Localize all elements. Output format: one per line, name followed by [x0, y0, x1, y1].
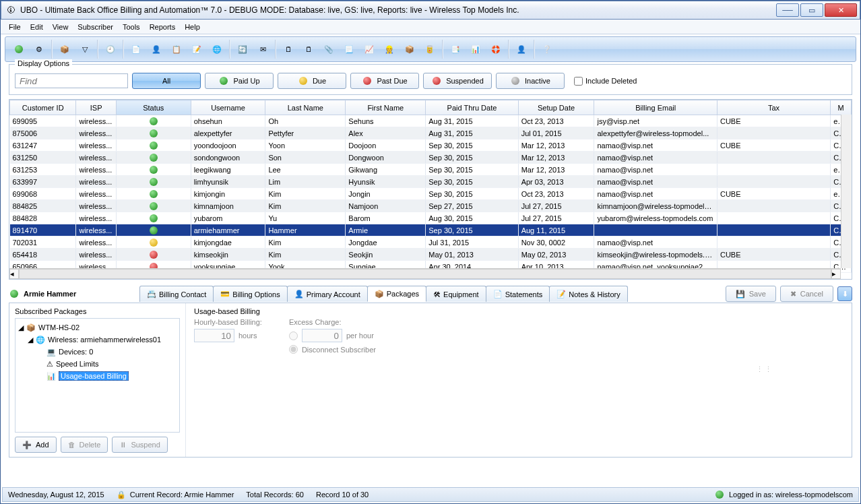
suspend-package-button[interactable]: ⏸ Suspend — [112, 437, 167, 453]
web-icon[interactable]: 🌐 — [208, 40, 226, 59]
menu-subscriber[interactable]: Subscriber — [73, 22, 117, 32]
filter-pastdue-button[interactable]: Past Due — [350, 73, 419, 89]
table-row[interactable]: 884828wireless...yubaromYuBaromAug 30, 2… — [10, 212, 852, 224]
notes-icon[interactable]: 📝 — [187, 40, 206, 59]
menu-view[interactable]: View — [49, 22, 73, 32]
status-icon — [148, 128, 159, 139]
note-add-icon[interactable]: 🗒 — [279, 40, 298, 59]
document-icon[interactable]: 📄 — [127, 40, 146, 59]
tab-notes[interactable]: 📝 Notes & History — [549, 286, 627, 302]
filter-paidup-button[interactable]: Paid Up — [205, 73, 274, 89]
tab-primary-account[interactable]: 👤 Primary Account — [287, 286, 368, 302]
app-icon: 🛈 — [5, 5, 16, 15]
close-button[interactable]: ✕ — [825, 3, 857, 17]
tab-packages[interactable]: 📦 Packages — [367, 286, 426, 302]
excess-input[interactable] — [302, 329, 342, 342]
table-row[interactable]: 702031wireless...kimjongdaeKimJongdaeJul… — [10, 237, 852, 249]
col-email[interactable]: Billing Email — [594, 100, 718, 115]
stats-icon[interactable]: 📊 — [466, 40, 485, 59]
attach-icon[interactable]: 📎 — [319, 40, 338, 59]
minimize-button[interactable]: ── — [776, 3, 799, 17]
user-remove-icon[interactable]: 👤 — [512, 40, 531, 59]
mail-icon[interactable]: ✉ — [253, 40, 272, 59]
add-subscriber-icon[interactable] — [9, 40, 28, 59]
tab-billing-options[interactable]: 💳 Billing Options — [213, 286, 287, 302]
cancel-button[interactable]: ✖ Cancel — [780, 286, 833, 302]
chart-icon[interactable]: 📈 — [360, 40, 379, 59]
col-firstname[interactable]: First Name — [346, 100, 426, 115]
settings-icon[interactable]: ⚙ — [30, 40, 49, 59]
find-input[interactable] — [15, 73, 128, 88]
menu-reports[interactable]: Reports — [146, 22, 180, 32]
menu-file[interactable]: File — [5, 22, 25, 32]
tab-billing-contact[interactable]: 📇 Billing Contact — [139, 286, 214, 302]
help-icon[interactable]: ❔ — [538, 40, 556, 59]
filter-due-button[interactable]: Due — [278, 73, 346, 89]
expand-down-button[interactable]: ⬇ — [837, 286, 852, 301]
resize-grip-icon[interactable]: ⋮⋮ — [756, 365, 773, 374]
tree-wireless[interactable]: Wireless: armiehammerwireless01 — [48, 336, 161, 344]
col-setup[interactable]: Setup Date — [518, 100, 594, 115]
filter-icon[interactable]: ▽ — [75, 40, 94, 59]
table-row[interactable]: 654418wireless...kimseokjinKimSeokjinMay… — [10, 249, 852, 261]
col-isp[interactable]: ISP — [76, 100, 116, 115]
col-paidthru[interactable]: Paid Thru Date — [426, 100, 518, 115]
status-icon — [148, 189, 159, 199]
table-row[interactable]: 631253wireless...leegikwangLeeGikwangSep… — [10, 164, 852, 176]
menu-bar: File Edit View Subscriber Tools Reports … — [1, 20, 860, 34]
col-lastname[interactable]: Last Name — [265, 100, 346, 115]
excess-unit: per hour — [346, 332, 374, 340]
status-icon — [148, 237, 159, 248]
refresh-icon[interactable]: 🔄 — [233, 40, 252, 59]
grid-hscroll[interactable]: ◂▸ — [9, 268, 841, 279]
history-icon[interactable]: 🕘 — [101, 40, 120, 59]
save-button[interactable]: 💾 Save — [726, 286, 776, 302]
col-username[interactable]: Username — [191, 100, 265, 115]
tab-statements[interactable]: 📄 Statements — [486, 286, 550, 302]
doc2-icon[interactable]: 📃 — [340, 40, 358, 59]
menu-edit[interactable]: Edit — [26, 22, 47, 32]
col-tax[interactable]: Tax — [717, 100, 830, 115]
table-row[interactable]: 631250wireless...sondongwoonSonDongwoonS… — [10, 152, 852, 164]
col-customer-id[interactable]: Customer ID — [10, 100, 76, 115]
user-icon[interactable]: 👤 — [147, 40, 166, 59]
excess-charge-radio[interactable]: per hour — [289, 329, 376, 342]
table-row[interactable]: 633997wireless...limhyunsikLimHyunsikSep… — [10, 176, 852, 188]
tree-usage[interactable]: Usage-based Billing — [59, 371, 129, 381]
table-row[interactable]: 891470wireless...armiehammerHammerArmieS… — [10, 224, 852, 237]
tree-devices[interactable]: Devices: 0 — [59, 348, 93, 356]
note-edit-icon[interactable]: 🗒 — [299, 40, 318, 59]
maximize-button[interactable]: ▭ — [800, 3, 823, 17]
include-deleted-checkbox[interactable]: Include Deleted — [574, 77, 637, 86]
col-status[interactable]: Status — [116, 100, 191, 115]
delete-package-button[interactable]: 🗑 Delete — [61, 437, 108, 453]
table-row[interactable]: 699068wireless...kimjonginKimJonginSep 3… — [10, 188, 852, 200]
packages-tree[interactable]: ◢ 📦 WTM-HS-02 ◢ 🌐 Wireless: armiehammerw… — [15, 318, 180, 433]
grid-vscroll[interactable] — [841, 115, 852, 268]
table-row[interactable]: 884825wireless...kimnamjoonKimNamjoonSep… — [10, 200, 852, 212]
table-row[interactable]: 875006wireless...alexpettyferPettyferAle… — [10, 127, 852, 139]
status-icon — [148, 164, 159, 175]
subscribers-grid[interactable]: Customer ID ISP Status Username Last Nam… — [9, 99, 852, 280]
menu-tools[interactable]: Tools — [119, 22, 144, 32]
disconnect-radio[interactable]: Disconnect Subscriber — [289, 345, 376, 354]
table-row[interactable]: 699095wireless...ohsehunOhSehunsAug 31, … — [10, 115, 852, 127]
hours-input[interactable] — [194, 329, 234, 342]
menu-help[interactable]: Help — [181, 22, 204, 32]
packages-icon[interactable]: 📦 — [55, 40, 74, 59]
table-row[interactable]: 631247wireless...yoondoojoonYoonDoojoonS… — [10, 139, 852, 152]
form-icon[interactable]: 📋 — [167, 40, 186, 59]
filter-all-button[interactable]: All — [132, 73, 201, 89]
support-icon[interactable]: 👷 — [380, 40, 399, 59]
spam-icon[interactable]: 🥫 — [420, 40, 439, 59]
lifebuoy-icon[interactable]: 🛟 — [486, 40, 505, 59]
tree-speed[interactable]: Speed Limits — [56, 360, 99, 368]
report-icon[interactable]: 📑 — [446, 40, 465, 59]
add-package-button[interactable]: ➕ Add — [15, 437, 57, 453]
tree-root[interactable]: WTM-HS-02 — [38, 323, 79, 332]
box-icon[interactable]: 📦 — [400, 40, 419, 59]
col-m[interactable]: M — [831, 100, 852, 115]
filter-suspended-button[interactable]: Suspended — [423, 73, 492, 89]
tab-equipment[interactable]: 🛠 Equipment — [426, 286, 486, 302]
filter-inactive-button[interactable]: Inactive — [496, 73, 565, 89]
